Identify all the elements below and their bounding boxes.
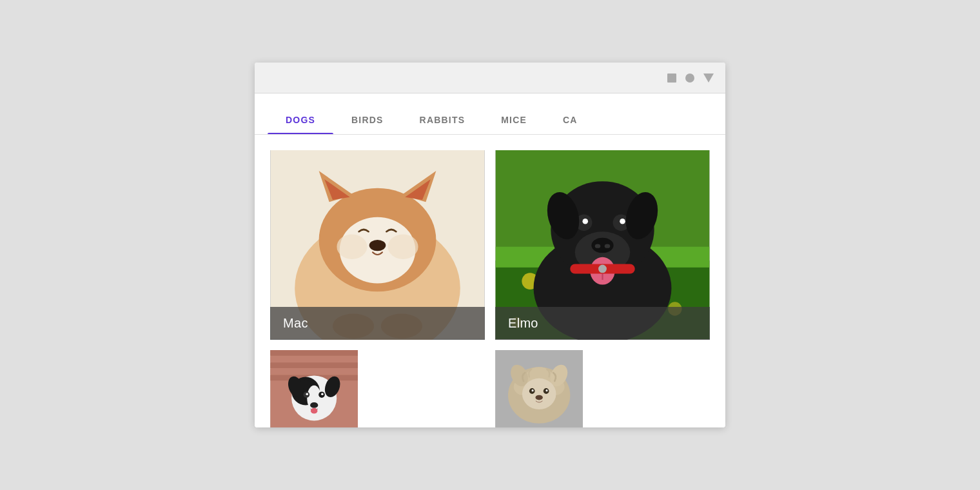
svg-point-32 [620, 219, 625, 224]
svg-point-46 [311, 407, 318, 413]
svg-point-31 [582, 219, 588, 224]
tab-bar: DOGS BIRDS RABBITS MICE CA [255, 93, 725, 135]
svg-point-8 [369, 240, 386, 251]
content-area: Mac [255, 135, 725, 427]
dog-card-terrier[interactable] [495, 350, 583, 427]
tab-rabbits[interactable]: RABBITS [402, 103, 484, 134]
browser-toolbar [255, 63, 725, 93]
svg-point-28 [605, 244, 611, 248]
tab-birds[interactable]: BIRDS [333, 103, 402, 134]
svg-point-10 [388, 235, 418, 260]
svg-rect-37 [270, 356, 358, 362]
dog-card-border-collie[interactable] [270, 350, 358, 427]
dog-card-elmo[interactable]: Elmo [495, 150, 710, 339]
dogs-grid: Mac [270, 150, 710, 427]
svg-point-9 [337, 235, 367, 260]
browser-window: DOGS BIRDS RABBITS MICE CA [255, 63, 725, 427]
svg-point-26 [591, 238, 613, 253]
svg-point-25 [598, 265, 607, 273]
toolbar-triangle-icon[interactable] [703, 74, 714, 83]
svg-point-50 [321, 393, 324, 395]
svg-rect-36 [270, 350, 358, 356]
svg-point-65 [535, 395, 542, 400]
toolbar-square-icon[interactable] [667, 74, 676, 83]
svg-point-60 [522, 378, 556, 409]
tab-cats[interactable]: CA [545, 103, 578, 134]
svg-point-49 [306, 393, 308, 395]
svg-rect-39 [270, 368, 358, 374]
svg-point-63 [532, 389, 534, 391]
dog-mac-label: Mac [270, 307, 485, 340]
toolbar-circle-icon[interactable] [685, 74, 694, 83]
svg-point-45 [310, 402, 318, 408]
svg-point-64 [545, 389, 547, 391]
svg-point-27 [595, 244, 601, 248]
dog-elmo-label: Elmo [495, 307, 710, 340]
tab-mice[interactable]: MICE [483, 103, 545, 134]
tab-dogs[interactable]: DOGS [268, 103, 333, 134]
dog-card-mac[interactable]: Mac [270, 150, 485, 339]
svg-rect-38 [270, 362, 358, 368]
